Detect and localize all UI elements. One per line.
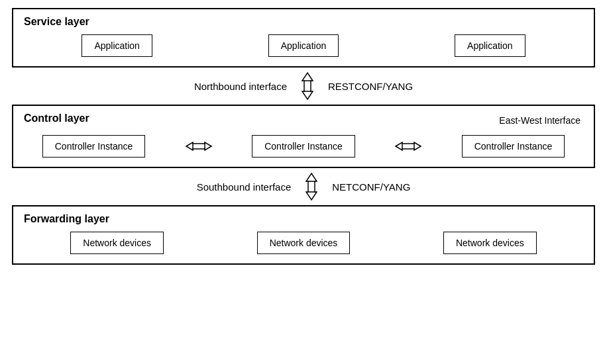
application-box-2: Application (268, 34, 339, 57)
southbound-interface-row: Southbound interface NETCONF/YANG (12, 168, 595, 205)
controller-instance-box-1: Controller Instance (42, 135, 146, 158)
svg-marker-8 (396, 142, 402, 150)
svg-marker-1 (302, 91, 313, 99)
control-layer-items: Controller Instance Controller Instance (24, 135, 583, 158)
svg-marker-13 (306, 192, 317, 200)
network-devices-box-1: Network devices (70, 232, 164, 254)
service-layer: Service layer Application Application Ap… (12, 8, 595, 68)
northbound-label: Northbound interface (194, 81, 287, 92)
control-layer-title: Control layer (24, 113, 89, 124)
control-layer: Control layer East-West Interface Contro… (12, 105, 595, 168)
application-box-1: Application (82, 34, 152, 57)
svg-marker-12 (306, 173, 317, 181)
application-box-3: Application (455, 34, 525, 57)
forwarding-layer-items: Network devices Network devices Network … (24, 232, 583, 254)
svg-marker-5 (205, 142, 211, 150)
svg-marker-4 (186, 142, 193, 150)
southbound-arrow (299, 172, 324, 201)
forwarding-layer: Forwarding layer Network devices Network… (12, 205, 595, 265)
east-west-label: East-West Interface (499, 115, 583, 126)
southbound-label: Southbound interface (197, 181, 292, 193)
network-devices-box-3: Network devices (443, 232, 537, 254)
network-devices-box-2: Network devices (257, 232, 351, 254)
svg-marker-9 (414, 142, 421, 150)
sdn-architecture-diagram: Service layer Application Application Ap… (12, 8, 595, 265)
controller-instance-box-3: Controller Instance (462, 135, 565, 158)
controller-instance-box-2: Controller Instance (252, 135, 355, 158)
northbound-interface-row: Northbound interface RESTCONF/YANG (12, 68, 595, 105)
service-layer-title: Service layer (24, 16, 583, 28)
netconf-yang-label: NETCONF/YANG (332, 181, 410, 193)
svg-marker-0 (302, 73, 313, 81)
northbound-arrow (295, 71, 320, 101)
east-west-arrow-1 (185, 139, 213, 154)
restconf-yang-label: RESTCONF/YANG (328, 81, 413, 92)
east-west-arrow-2 (394, 139, 422, 154)
service-layer-items: Application Application Application (24, 34, 583, 57)
forwarding-layer-title: Forwarding layer (24, 213, 583, 225)
